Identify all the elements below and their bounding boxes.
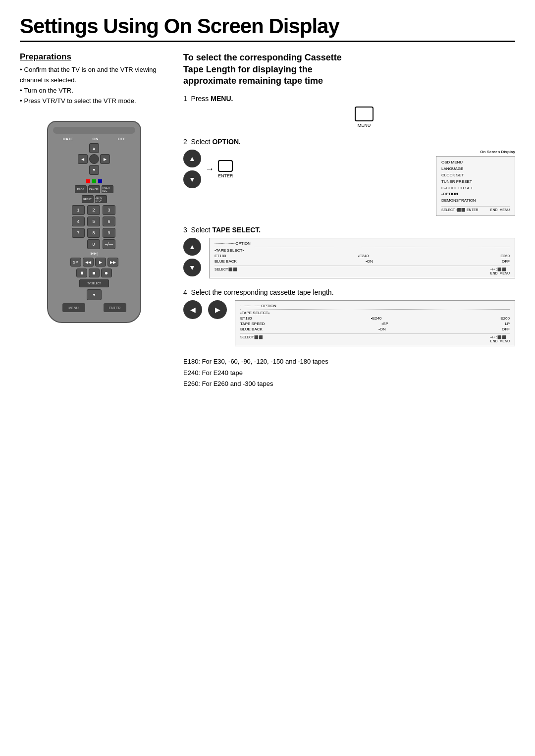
- remote-reset-btn[interactable]: RESET: [82, 195, 94, 203]
- remote-prog-btn[interactable]: PROG: [75, 185, 87, 193]
- remote-up-btn[interactable]: ▲: [89, 143, 99, 153]
- step-3-arrows: ▲ ▼: [183, 238, 201, 276]
- step-2: 2 Select OPTION. ▲ ▼ → ENTER On Scree: [183, 138, 515, 216]
- step-1: 1 Press MENU. MENU: [183, 95, 515, 128]
- menu-rect-icon: [355, 107, 374, 121]
- step-2-arrows: ▲ ▼ → ENTER: [183, 150, 233, 188]
- step-4-content: ◀ ▶ ···················OPTION •TAPE SELE…: [183, 300, 515, 346]
- remote-num-3[interactable]: 3: [103, 205, 115, 215]
- remote-playback-row: SP ◀◀ ▶ ▶▶: [53, 258, 135, 267]
- remote-down2-btn[interactable]: ▼: [87, 289, 102, 300]
- remote-left-btn[interactable]: ◀: [78, 154, 88, 164]
- osd-option-header-4: ···················OPTION: [240, 304, 510, 310]
- enter-button-icon: ENTER: [218, 160, 233, 178]
- remote-num-0[interactable]: 0: [87, 239, 100, 249]
- down-arrow-icon-3: ▼: [183, 259, 201, 276]
- remote-enter-btn[interactable]: ENTER: [104, 303, 126, 312]
- instructions-section: To select the corresponding Cassette Tap…: [183, 52, 515, 389]
- osd-row: TAPE SPEED•SPLP: [240, 322, 510, 326]
- step-2-label: 2 Select OPTION.: [183, 138, 515, 146]
- remote-func-row: PROG CANCEL TIMER REC: [53, 185, 135, 193]
- remote-speed-btn[interactable]: SP: [70, 258, 81, 267]
- remote-dash-btn[interactable]: –/—: [103, 239, 115, 249]
- osd-item: G-CODE CH SET: [441, 185, 510, 192]
- osd-option-footer: SELECT:⬛⬛ –/+ :⬛⬛END :MENU: [214, 266, 510, 275]
- remote-cancel-btn[interactable]: CANCEL: [88, 185, 100, 193]
- osd-item: CLOCK SET: [441, 172, 510, 179]
- enter-rect-icon: [218, 160, 233, 172]
- list-item: Press VTR/TV to select the VTR mode.: [20, 96, 168, 107]
- section-heading: To select the corresponding Cassette Tap…: [183, 52, 515, 87]
- remote-right-btn[interactable]: ▶: [100, 154, 110, 164]
- menu-button-icon: MENU: [355, 107, 374, 128]
- remote-pause-btn[interactable]: ⏸: [76, 269, 87, 277]
- remote-menu-btn[interactable]: MENU: [62, 303, 85, 312]
- remote-play-btn[interactable]: ▶: [95, 258, 106, 267]
- left-arrow-icon-4: ◀: [183, 300, 202, 319]
- list-item: Turn on the VTR.: [20, 86, 168, 96]
- tape-info-e240: E240: For E240 tape: [183, 368, 515, 378]
- right-arrow-icon-4: ▶: [208, 300, 227, 319]
- remote-num-1[interactable]: 1: [72, 205, 85, 215]
- osd-row: BLUE BACK•ONOFF: [214, 259, 510, 264]
- osd-row: •TAPE SELECT•: [240, 311, 510, 315]
- up-down-arrow-icon: ▲ ▼: [183, 150, 201, 188]
- remote-num-5[interactable]: 5: [87, 216, 100, 226]
- remote-rew-btn[interactable]: ◀◀: [83, 258, 94, 267]
- remote-timer-btn[interactable]: TIMER REC: [102, 185, 113, 193]
- preparations-section: Preparations Confirm that the TV is on a…: [20, 52, 168, 106]
- step-3-content: ▲ ▼ ···················OPTION •TAPE SELE…: [183, 238, 515, 278]
- osd-option-header: ···················OPTION: [214, 241, 510, 247]
- remote-zero-btn[interactable]: ZERO STOP: [95, 195, 107, 203]
- remote-stop-btn[interactable]: ⏹: [89, 269, 100, 277]
- remote-num-6[interactable]: 6: [103, 216, 115, 226]
- osd-item-selected: •OPTION: [441, 191, 510, 198]
- step-4-label: 4 Select the corresponding cassette tape…: [183, 288, 515, 296]
- page-title: Settings Using On Screen Display: [20, 15, 515, 38]
- remote-num-2[interactable]: 2: [87, 205, 100, 215]
- remote-num-4[interactable]: 4: [72, 216, 85, 226]
- step-3: 3 Select TAPE SELECT. ▲ ▼ ··············…: [183, 226, 515, 278]
- up-arrow-icon: ▲: [183, 150, 201, 167]
- osd-display-step3: ···················OPTION •TAPE SELECT• …: [209, 238, 515, 278]
- preparations-list: Confirm that the TV is on and the VTR vi…: [20, 65, 168, 106]
- osd-option-footer-4: SELECT:⬛⬛ –/+ :⬛⬛END :MENU: [240, 333, 510, 343]
- step-4: 4 Select the corresponding cassette tape…: [183, 288, 515, 346]
- down-arrow-icon: ▼: [183, 170, 201, 188]
- remote-down-btn[interactable]: ▼: [89, 165, 99, 175]
- remote-ok-btn[interactable]: [89, 154, 99, 164]
- step-1-label: 1 Press MENU.: [183, 95, 515, 103]
- up-arrow-icon-3: ▲: [183, 238, 201, 256]
- osd-display-step4: ···················OPTION •TAPE SELECT• …: [235, 300, 515, 346]
- list-item: Confirm that the TV is on and the VTR vi…: [20, 65, 168, 86]
- osd-row: •TAPE SELECT•: [214, 248, 510, 253]
- osd-row: ET180•E240E260: [240, 316, 510, 321]
- remote-reset-row: RESET ZERO STOP: [53, 195, 135, 203]
- remote-num-9[interactable]: 9: [103, 228, 115, 238]
- remote-date-row: DATE ON OFF: [53, 137, 135, 141]
- tape-info-section: E180: For E30, -60, -90, -120, -150 and …: [183, 356, 515, 389]
- tape-info-e260: E260: For E260 and -300 tapes: [183, 378, 515, 389]
- remote-num-7[interactable]: 7: [72, 228, 85, 238]
- remote-rec-btn[interactable]: ⏺: [101, 269, 112, 277]
- step-2-content: ▲ ▼ → ENTER On Screen Display OSD MENU L: [183, 150, 515, 216]
- remote-num-8[interactable]: 8: [87, 228, 100, 238]
- step-3-label: 3 Select TAPE SELECT.: [183, 226, 515, 234]
- right-arrow-icon: →: [205, 164, 214, 174]
- remote-illustration: DATE ON OFF ▲ ◀ ▶ ▼: [20, 121, 168, 323]
- preparations-heading: Preparations: [20, 52, 168, 62]
- osd-item: DEMONSTRATION: [441, 198, 510, 204]
- osd-item: TUNER PRESET: [441, 179, 510, 185]
- osd-row: ET180•E240E260: [214, 254, 510, 258]
- osd-title-label: On Screen Display: [480, 150, 515, 154]
- remote-bottom-row: MENU ENTER: [53, 303, 135, 312]
- remote-numpad: 1 2 3 4 5 6 7 8 9 0 –/—: [72, 205, 116, 249]
- osd-item: OSD MENU: [441, 160, 510, 166]
- osd-row: BLUE BACK•ONOFF: [240, 327, 510, 331]
- remote-ff-btn[interactable]: ▶▶: [107, 258, 118, 267]
- step-4-lr-arrows: ◀ ▶: [183, 300, 227, 319]
- osd-footer: SELECT :⬛⬛ ENTER END :MENU: [441, 206, 510, 213]
- osd-item: LANGUAGE: [441, 166, 510, 172]
- osd-display-step2: OSD MENU LANGUAGE CLOCK SET TUNER PRESET…: [436, 156, 515, 216]
- remote-tvselect-btn[interactable]: TV SELECT: [79, 279, 109, 287]
